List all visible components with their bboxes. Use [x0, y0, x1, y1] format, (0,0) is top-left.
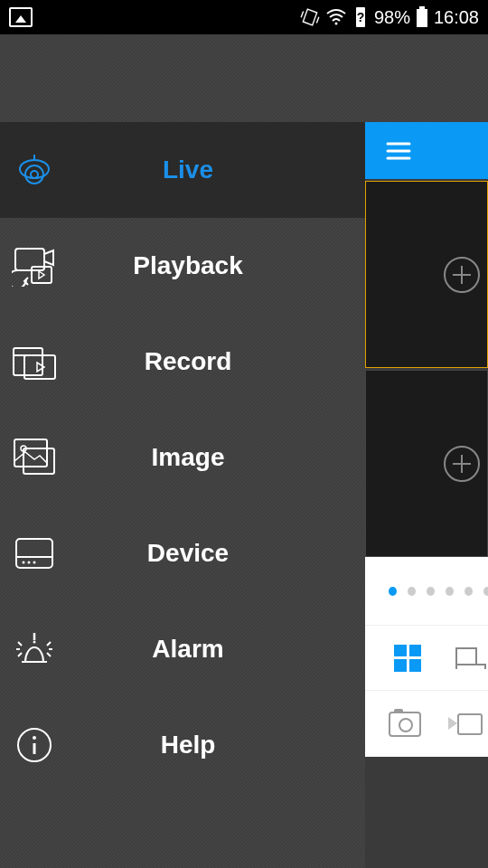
sidebar-item-live[interactable]: Live	[0, 122, 365, 218]
svg-rect-3	[419, 6, 425, 9]
sidebar-item-label: Live	[76, 156, 365, 184]
grid-header	[365, 122, 488, 179]
cell-signal-unknown-icon: ?	[352, 5, 369, 29]
page-dot[interactable]	[446, 587, 454, 596]
fullscreen-icon[interactable]	[455, 647, 483, 669]
record-video-icon[interactable]	[448, 713, 483, 735]
page-dot[interactable]	[427, 587, 435, 596]
svg-text:?: ?	[357, 10, 365, 24]
sidebar-item-help[interactable]: Help	[0, 697, 365, 793]
record-icon	[11, 338, 58, 385]
add-camera-icon[interactable]	[444, 257, 480, 293]
snapshot-icon[interactable]	[389, 712, 421, 737]
layout-toolbar	[365, 625, 488, 691]
svg-point-19	[33, 641, 36, 644]
sidebar-item-label: Help	[76, 731, 365, 760]
sidebar-item-playback[interactable]: Playback	[0, 218, 365, 314]
page-dot[interactable]	[408, 587, 416, 596]
clock: 16:08	[434, 7, 479, 28]
svg-point-21	[33, 736, 36, 740]
svg-point-0	[334, 23, 337, 25]
svg-rect-12	[14, 439, 47, 467]
device-icon	[11, 530, 58, 577]
sidebar-item-device[interactable]: Device	[0, 505, 365, 601]
photo-icon	[9, 7, 33, 27]
page-dot[interactable]	[483, 587, 488, 596]
wifi-icon	[325, 7, 347, 27]
capture-toolbar	[365, 691, 488, 757]
help-icon	[11, 722, 58, 769]
svg-point-5	[20, 160, 49, 178]
sidebar-item-label: Device	[76, 539, 365, 568]
svg-point-17	[28, 561, 31, 564]
battery-icon	[416, 6, 428, 28]
sidebar-item-record[interactable]: Record	[0, 314, 365, 410]
sidebar-item-image[interactable]: Image	[0, 410, 365, 505]
svg-rect-4	[417, 9, 427, 27]
sidebar-item-label: Record	[76, 347, 365, 376]
page-dot[interactable]	[465, 587, 473, 596]
svg-point-6	[25, 165, 43, 184]
grid-view-icon[interactable]	[394, 645, 421, 672]
add-camera-icon[interactable]	[444, 446, 480, 482]
pagination	[365, 557, 488, 625]
image-icon	[11, 434, 58, 481]
sidebar-item-label: Alarm	[76, 635, 365, 664]
video-slot-2[interactable]	[365, 370, 488, 557]
svg-point-7	[31, 171, 38, 178]
svg-rect-14	[23, 448, 54, 474]
svg-point-18	[33, 561, 36, 564]
battery-percent: 98%	[374, 7, 410, 28]
camera-live-icon	[11, 146, 58, 193]
status-bar: ? 98% 16:08	[0, 0, 488, 34]
playback-icon	[11, 242, 58, 289]
sidebar-item-alarm[interactable]: Alarm	[0, 601, 365, 697]
svg-rect-9	[32, 267, 52, 283]
content-panel	[365, 34, 488, 868]
hamburger-icon[interactable]	[385, 140, 412, 162]
svg-point-16	[23, 561, 25, 564]
sidebar-item-label: Playback	[76, 251, 365, 280]
page-dot[interactable]	[389, 587, 397, 596]
vibrate-icon	[300, 7, 320, 27]
video-slot-1[interactable]	[365, 181, 488, 368]
sidebar-item-label: Image	[76, 443, 365, 472]
sidebar: Live Playback Record Image Device	[0, 34, 365, 868]
alarm-icon	[11, 626, 58, 673]
